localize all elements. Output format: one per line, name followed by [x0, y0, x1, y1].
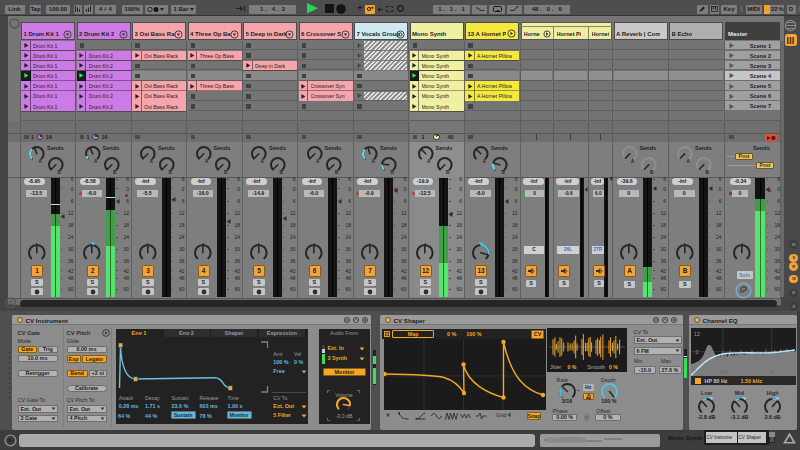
- svg-text:0: 0: [695, 349, 698, 355]
- svg-text:12: 12: [694, 330, 700, 336]
- svg-text:-12: -12: [692, 368, 700, 374]
- svg-text:1k: 1k: [769, 368, 775, 374]
- svg-text:100: 100: [719, 368, 728, 374]
